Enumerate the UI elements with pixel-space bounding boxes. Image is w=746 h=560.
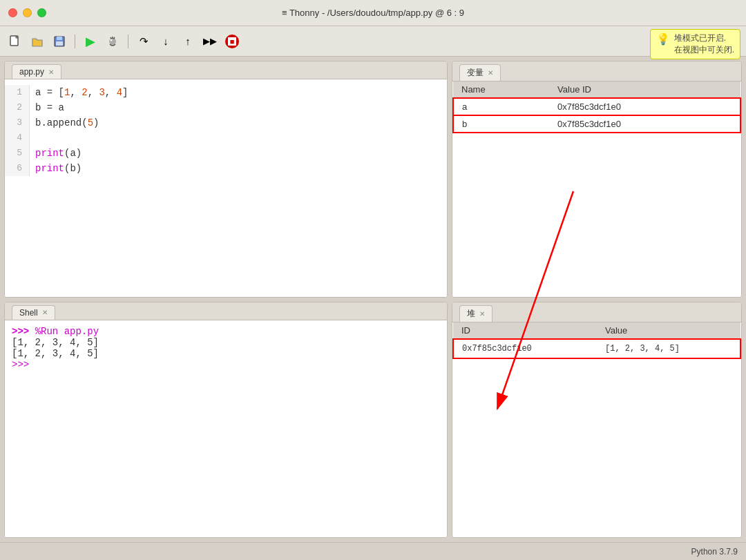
var-col-valueid: Value ID	[549, 81, 740, 98]
new-file-btn[interactable]	[6, 32, 25, 51]
variables-panel: 变量 ✕ Name Value ID a 0x7f85c3dcf1e0	[452, 61, 742, 298]
heap-tab-label: 堆	[467, 308, 475, 320]
variables-tab-bar: 变量 ✕	[452, 61, 741, 81]
line-content-3: b.append(5)	[35, 115, 447, 131]
heap-value-1: [1, 2, 3, 4, 5]	[597, 339, 740, 358]
line-num-4: 4	[5, 131, 30, 146]
var-row-b: b 0x7f85c3dcf1e0	[453, 115, 740, 133]
heap-col-id: ID	[453, 322, 597, 339]
shell-run-cmd: %Run app.py	[35, 326, 99, 337]
heap-col-value: Value	[597, 322, 740, 339]
editor-tab[interactable]: app.py ✕	[12, 64, 61, 79]
close-button[interactable]	[8, 8, 17, 17]
editor-content[interactable]: 1 a = [1, 2, 3, 4] 2 b = a 3 b.appe	[5, 79, 447, 297]
window-controls	[8, 8, 46, 17]
line-content-1: a = [1, 2, 3, 4]	[35, 85, 447, 100]
line-num-2: 2	[5, 100, 30, 115]
heap-tab[interactable]: 堆 ✕	[459, 305, 492, 322]
shell-output-text-2: [1, 2, 3, 4, 5]	[12, 348, 99, 359]
code-line-1: 1 a = [1, 2, 3, 4]	[5, 85, 447, 100]
maximize-button[interactable]	[37, 8, 46, 17]
svg-text:■: ■	[230, 37, 235, 46]
heap-tab-close[interactable]: ✕	[479, 310, 485, 318]
heap-notice-line1: 堆模式已开启.	[674, 32, 734, 44]
open-file-btn[interactable]	[28, 32, 47, 51]
shell-prompt-1: >>>	[12, 326, 29, 337]
toolbar-separator-1	[75, 35, 75, 48]
shell-tab-close[interactable]: ✕	[42, 309, 48, 316]
shell-prompt-line2: >>>	[12, 359, 440, 370]
svg-rect-3	[56, 41, 63, 46]
variables-tab[interactable]: 变量 ✕	[459, 64, 501, 81]
shell-output-line1: [1, 2, 3, 4, 5]	[12, 337, 440, 348]
panels-area: app.py ✕ 1 a = [1, 2, 3, 4] 2 b = a	[0, 57, 746, 542]
code-line-3: 3 b.append(5)	[5, 115, 447, 131]
line-num-5: 5	[5, 146, 30, 161]
shell-output-text-1: [1, 2, 3, 4, 5]	[12, 337, 99, 348]
run-btn[interactable]: ▶	[81, 32, 100, 51]
stop-btn[interactable]: ■	[222, 32, 242, 51]
heap-panel: 堆 ✕ ID Value 0x7f85c3dcf1e0 [1, 2, 3, 4,…	[452, 302, 742, 539]
variables-tab-label: 变量	[467, 67, 484, 79]
heap-content: ID Value 0x7f85c3dcf1e0 [1, 2, 3, 4, 5]	[452, 322, 741, 538]
toolbar: ▶ ↷ ↓ ↑ ▶▶ ■ 💡 堆模式已开启. 在视图中可关闭.	[0, 26, 746, 57]
variables-content: Name Value ID a 0x7f85c3dcf1e0 b 0x7f85c…	[452, 81, 741, 297]
variables-tab-close[interactable]: ✕	[488, 69, 493, 77]
editor-tab-bar: app.py ✕	[5, 61, 447, 79]
debug-btn[interactable]	[103, 32, 122, 51]
heap-notice-text: 堆模式已开启. 在视图中可关闭.	[674, 32, 734, 56]
heap-notice-line2: 在视图中可关闭.	[674, 44, 734, 56]
code-line-4: 4	[5, 131, 447, 146]
window-title: ≡ Thonny - /Users/doudou/tmp/app.py @ 6 …	[282, 8, 464, 18]
svg-rect-2	[57, 37, 62, 40]
code-line-6: 6 print(b)	[5, 161, 447, 176]
save-file-btn[interactable]	[50, 32, 69, 51]
shell-tab-bar: Shell ✕	[5, 302, 447, 320]
editor-tab-close[interactable]: ✕	[48, 68, 54, 76]
line-content-5: print(a)	[35, 146, 447, 161]
line-content-6: print(b)	[35, 161, 447, 176]
step-out-btn[interactable]: ↑	[178, 32, 198, 51]
resume-btn[interactable]: ▶▶	[200, 32, 220, 51]
code-line-2: 2 b = a	[5, 100, 447, 115]
lightbulb-icon: 💡	[656, 32, 670, 46]
shell-content[interactable]: >>> %Run app.py [1, 2, 3, 4, 5] [1, 2, 3…	[5, 320, 447, 538]
editor-panel: app.py ✕ 1 a = [1, 2, 3, 4] 2 b = a	[4, 61, 448, 298]
shell-output-area[interactable]: >>> %Run app.py [1, 2, 3, 4, 5] [1, 2, 3…	[5, 320, 447, 538]
shell-tab[interactable]: Shell ✕	[12, 305, 55, 320]
var-valueid-b: 0x7f85c3dcf1e0	[549, 115, 740, 133]
variables-table: Name Value ID a 0x7f85c3dcf1e0 b 0x7f85c…	[452, 81, 741, 133]
code-editor[interactable]: 1 a = [1, 2, 3, 4] 2 b = a 3 b.appe	[5, 79, 447, 297]
heap-row-1: 0x7f85c3dcf1e0 [1, 2, 3, 4, 5]	[453, 339, 740, 358]
heap-id-1: 0x7f85c3dcf1e0	[453, 339, 597, 358]
minimize-button[interactable]	[23, 8, 32, 17]
var-name-a: a	[453, 98, 549, 115]
step-into-btn[interactable]: ↓	[156, 32, 175, 51]
line-num-3: 3	[5, 115, 30, 131]
heap-table: ID Value 0x7f85c3dcf1e0 [1, 2, 3, 4, 5]	[452, 322, 741, 359]
python-version: Python 3.7.9	[691, 547, 738, 557]
shell-panel: Shell ✕ >>> %Run app.py [1, 2, 3, 4, 5] …	[4, 302, 448, 539]
heap-tab-bar: 堆 ✕	[452, 302, 741, 322]
shell-tab-label: Shell	[19, 308, 38, 318]
statusbar: Python 3.7.9	[0, 542, 746, 560]
line-content-4	[35, 131, 447, 146]
step-over-btn[interactable]: ↷	[134, 32, 153, 51]
svg-point-5	[111, 39, 113, 41]
line-num-1: 1	[5, 85, 30, 100]
code-line-5: 5 print(a)	[5, 146, 447, 161]
line-content-2: b = a	[35, 100, 447, 115]
shell-run-line: >>> %Run app.py	[12, 326, 440, 337]
shell-output-line2: [1, 2, 3, 4, 5]	[12, 348, 440, 359]
toolbar-separator-2	[128, 35, 128, 48]
shell-prompt-2: >>>	[12, 359, 29, 370]
var-col-name: Name	[453, 81, 549, 98]
heap-notice: 💡 堆模式已开启. 在视图中可关闭.	[650, 29, 740, 59]
var-valueid-a: 0x7f85c3dcf1e0	[549, 98, 740, 115]
titlebar: ≡ Thonny - /Users/doudou/tmp/app.py @ 6 …	[0, 0, 746, 26]
var-name-b: b	[453, 115, 549, 133]
line-num-6: 6	[5, 161, 30, 176]
editor-tab-label: app.py	[19, 67, 44, 77]
var-row-a: a 0x7f85c3dcf1e0	[453, 98, 740, 115]
